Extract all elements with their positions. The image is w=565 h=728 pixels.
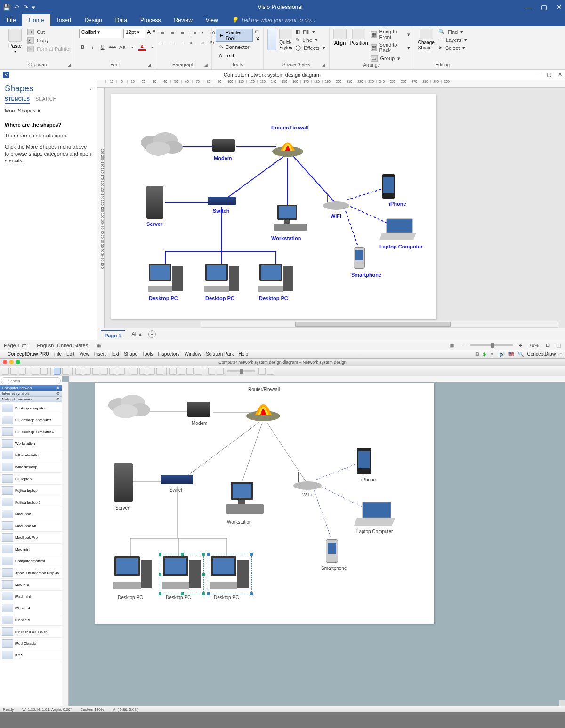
maximize-button[interactable]: ▢ bbox=[541, 3, 547, 11]
menu-view[interactable]: View bbox=[79, 352, 89, 357]
cd-laptop-shape[interactable] bbox=[354, 500, 396, 529]
node-internet-shape[interactable] bbox=[137, 131, 184, 158]
format-painter-button[interactable]: ✎Format Painter bbox=[27, 46, 71, 52]
menu-solution[interactable]: Solution Park bbox=[206, 352, 234, 357]
tb-print[interactable] bbox=[32, 368, 39, 375]
menu-text[interactable]: Text bbox=[111, 352, 119, 357]
menu-insert[interactable]: Insert bbox=[94, 352, 106, 357]
all-pages-button[interactable]: All ▴ bbox=[131, 331, 141, 337]
stencil-item[interactable]: Workstation bbox=[0, 438, 62, 449]
node-switch-shape[interactable] bbox=[208, 197, 236, 205]
cd-desktop1-shape[interactable] bbox=[112, 555, 155, 594]
stencil-item[interactable]: Desktop computer bbox=[0, 402, 62, 414]
menu-window[interactable]: Window bbox=[185, 352, 202, 357]
node-laptop-shape[interactable] bbox=[379, 216, 417, 243]
qat-more-icon[interactable]: ▾ bbox=[32, 4, 35, 11]
undo-icon[interactable]: ↶ bbox=[14, 4, 19, 11]
tab-view[interactable]: View bbox=[199, 14, 225, 26]
tb-open[interactable] bbox=[10, 368, 17, 375]
tb-arc[interactable] bbox=[92, 368, 99, 375]
lib-network-hardware[interactable]: Network hardware⊗ bbox=[0, 397, 62, 402]
macro-icon[interactable]: ▦ bbox=[97, 342, 101, 348]
tb-new[interactable] bbox=[2, 368, 9, 375]
zoom-window-button[interactable] bbox=[16, 360, 20, 364]
line-button[interactable]: ✎Line ▾ bbox=[295, 37, 325, 43]
tb-fit[interactable] bbox=[258, 368, 266, 375]
select-button[interactable]: ➤Select ▾ bbox=[438, 45, 467, 51]
lib-computer-network[interactable]: Computer network⊗ bbox=[0, 385, 62, 391]
tab-design[interactable]: Design bbox=[78, 14, 108, 26]
node-modem-shape[interactable] bbox=[212, 139, 235, 152]
text-tool-button[interactable]: AText bbox=[216, 52, 253, 59]
node-iphone-shape[interactable] bbox=[382, 174, 395, 199]
node-wifi-shape[interactable] bbox=[322, 193, 350, 212]
effects-button[interactable]: ◯Effects ▾ bbox=[295, 45, 325, 51]
menubar-volume-icon[interactable]: 🔊 bbox=[499, 352, 505, 357]
close-lib-icon[interactable]: ⊗ bbox=[56, 397, 60, 401]
stencil-item[interactable]: MacBook bbox=[0, 508, 62, 520]
find-button[interactable]: 🔍Find ▾ bbox=[438, 29, 467, 35]
presentation-mode-button[interactable]: ▥ bbox=[449, 342, 454, 348]
save-icon[interactable]: 💾 bbox=[3, 4, 10, 11]
menu-file[interactable]: File bbox=[54, 352, 62, 357]
menu-shape[interactable]: Shape bbox=[124, 352, 137, 357]
stencil-item[interactable]: iPod Classic bbox=[0, 638, 62, 649]
tb-rect[interactable] bbox=[109, 368, 116, 375]
align-top-button[interactable]: ≡ bbox=[159, 29, 167, 36]
bring-front-button[interactable]: ▦Bring to Front ▾ bbox=[371, 29, 410, 40]
rectangle-tool-button[interactable]: □ bbox=[256, 29, 260, 34]
cd-server-shape[interactable] bbox=[114, 463, 133, 502]
cut-button[interactable]: ✂Cut bbox=[27, 29, 71, 35]
italic-button[interactable]: I bbox=[89, 43, 97, 51]
stencil-item[interactable]: Fujitsu laptop 2 bbox=[0, 496, 62, 508]
node-smartphone-shape[interactable] bbox=[354, 247, 365, 269]
search-tab[interactable]: SEARCH bbox=[35, 96, 56, 104]
cd-internet-shape[interactable] bbox=[105, 393, 152, 420]
menu-inspectors[interactable]: Inspectors bbox=[158, 352, 179, 357]
cd-wifi-shape[interactable] bbox=[292, 472, 323, 491]
menubar-notifications-icon[interactable]: ≡ bbox=[559, 352, 562, 357]
menubar-flag-icon[interactable]: 🇺🇸 bbox=[508, 352, 514, 357]
redo-icon[interactable]: ↷ bbox=[23, 4, 28, 11]
status-lang[interactable]: English (United States) bbox=[37, 343, 90, 348]
tab-home[interactable]: Home bbox=[22, 14, 50, 26]
tb-actual[interactable] bbox=[267, 368, 274, 375]
font-size-combo[interactable]: 12pt ▾ bbox=[123, 29, 145, 38]
node-workstation-shape[interactable] bbox=[274, 202, 307, 234]
pan-zoom-button[interactable]: ◫ bbox=[557, 342, 561, 348]
connector-tool-button[interactable]: ⇘Connector bbox=[216, 43, 253, 51]
doc-close-button[interactable]: ✕ bbox=[558, 72, 562, 78]
cd-smartphone-shape[interactable] bbox=[326, 539, 338, 563]
tb-fill[interactable] bbox=[148, 368, 155, 375]
tb-pointer[interactable] bbox=[54, 368, 61, 375]
stencil-item[interactable]: iMac desktop bbox=[0, 461, 62, 473]
lib-internet-symbols[interactable]: Internet symbols⊗ bbox=[0, 391, 62, 397]
tab-data[interactable]: Data bbox=[109, 14, 134, 26]
horizontal-scrollbar[interactable] bbox=[201, 321, 558, 328]
doc-min-button[interactable]: — bbox=[535, 72, 540, 78]
stencil-item[interactable]: Mac Pro bbox=[0, 579, 62, 591]
stencils-tab[interactable]: STENCILS bbox=[5, 96, 30, 104]
menu-edit[interactable]: Edit bbox=[66, 352, 74, 357]
tb-save[interactable] bbox=[19, 368, 26, 375]
align-right-button[interactable]: ≡ bbox=[179, 39, 186, 47]
fill-button[interactable]: ◧Fill ▾ bbox=[295, 29, 325, 35]
indent-inc-button[interactable]: ⇥ bbox=[199, 39, 206, 47]
indent-dec-button[interactable]: ⇤ bbox=[189, 39, 196, 47]
quick-styles-button[interactable]: Quick Styles bbox=[279, 29, 292, 50]
tb-hand[interactable] bbox=[62, 368, 69, 375]
fit-page-button[interactable]: ⊞ bbox=[546, 342, 550, 348]
tb-undo[interactable] bbox=[170, 368, 177, 375]
cd-switch-shape[interactable] bbox=[161, 475, 193, 484]
send-back-button[interactable]: ▧Send to Back ▾ bbox=[371, 42, 410, 53]
stencil-item[interactable]: Apple Thunderbolt Display bbox=[0, 567, 62, 579]
stencil-item[interactable]: iPhone 4 bbox=[0, 602, 62, 614]
stencil-item[interactable]: iPhone/ iPod Touch bbox=[0, 626, 62, 638]
tab-review[interactable]: Review bbox=[167, 14, 199, 26]
tb-text[interactable] bbox=[131, 368, 138, 375]
stencil-item[interactable]: HP laptop bbox=[0, 473, 62, 485]
more-shapes-button[interactable]: More Shapes ▸ bbox=[5, 107, 92, 113]
tb-edit[interactable] bbox=[139, 368, 146, 375]
freeform-tool-button[interactable]: ✕ bbox=[256, 36, 260, 42]
tb-zoomin[interactable] bbox=[217, 368, 224, 375]
